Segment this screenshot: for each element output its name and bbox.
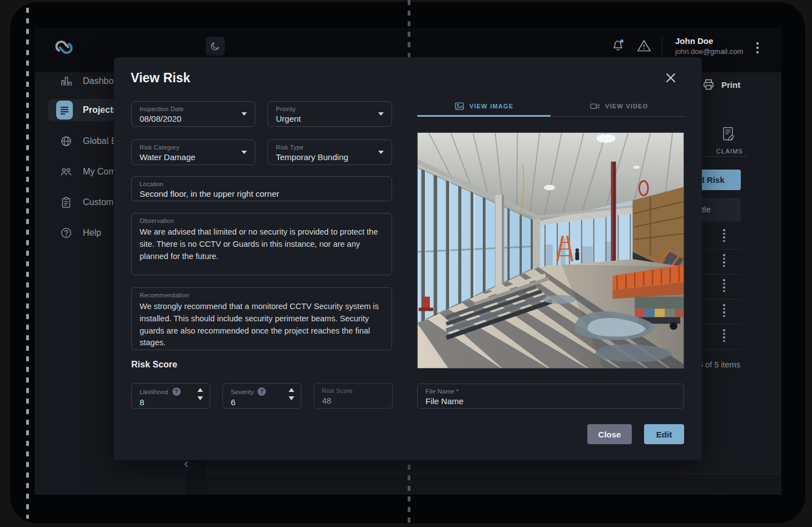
close-button[interactable]: Close bbox=[587, 424, 632, 444]
clipboard-icon bbox=[60, 196, 73, 208]
increment-arrow-icon[interactable] bbox=[289, 388, 294, 392]
field-value: File Name bbox=[425, 396, 676, 406]
bar-chart-icon bbox=[60, 75, 73, 87]
risk-type-select[interactable]: Risk Type Temporary Bunding bbox=[268, 140, 392, 165]
field-value: Water Damage bbox=[140, 152, 247, 162]
modal-title: View Risk bbox=[131, 71, 190, 86]
risk-score-heading: Risk Score bbox=[131, 360, 177, 370]
field-value: Urgent bbox=[276, 114, 384, 123]
severity-stepper[interactable]: Severity ? 6 bbox=[222, 383, 301, 409]
field-label: Recommendation bbox=[140, 292, 384, 299]
print-button[interactable]: Print bbox=[702, 78, 740, 91]
alerts-button[interactable] bbox=[636, 39, 652, 53]
chevron-down-icon bbox=[378, 112, 384, 116]
field-label: Inspection Date bbox=[140, 106, 247, 112]
claims-label: CLAIMS bbox=[709, 148, 751, 155]
field-label: Risk Score bbox=[322, 387, 384, 394]
risk-category-select[interactable]: Risk Category Water Damage bbox=[131, 140, 255, 165]
chevron-down-icon bbox=[241, 151, 247, 154]
edit-button[interactable]: Edit bbox=[644, 424, 684, 444]
row-menu-button[interactable] bbox=[723, 304, 725, 317]
field-label: Risk Type bbox=[276, 144, 384, 151]
recommendation-field[interactable]: Recommendation We strongly recommend tha… bbox=[131, 287, 392, 350]
app-screen: John Doe john.doe@gmail.com Dashboard Pr… bbox=[34, 28, 781, 495]
tab-label: VIEW VIDEO bbox=[605, 103, 648, 110]
field-value: Temporary Bunding bbox=[276, 152, 384, 162]
dark-mode-toggle[interactable] bbox=[206, 37, 225, 56]
sidebar-item-label: Projects bbox=[83, 105, 118, 115]
field-value: 6 bbox=[231, 397, 293, 407]
field-label: Severity bbox=[231, 389, 254, 395]
increment-arrow-icon[interactable] bbox=[197, 388, 203, 392]
field-text: We strongly recommend that a monitored C… bbox=[140, 301, 380, 349]
row-menu-button[interactable] bbox=[723, 254, 725, 267]
app-logo bbox=[51, 36, 77, 59]
field-value: 8 bbox=[140, 397, 202, 407]
field-value: Second floor, in the upper right corner bbox=[140, 189, 384, 198]
tab-label: VIEW IMAGE bbox=[469, 103, 513, 110]
chevron-down-icon bbox=[378, 151, 384, 154]
view-risk-modal: View Risk Inspection Date 08/08/2020 Pri… bbox=[114, 57, 702, 460]
globe-icon bbox=[60, 135, 73, 147]
sidebar-item-label: Help bbox=[83, 228, 101, 238]
help-badge-icon[interactable]: ? bbox=[172, 387, 181, 396]
active-tab-underline bbox=[417, 115, 551, 117]
row-menu-button[interactable] bbox=[723, 279, 725, 292]
risk-score-readout: Risk Score 48 bbox=[314, 383, 393, 409]
bell-icon bbox=[611, 38, 626, 53]
close-icon[interactable] bbox=[665, 72, 677, 84]
chevron-down-icon bbox=[241, 112, 247, 116]
location-field[interactable]: Location Second floor, in the upper righ… bbox=[131, 176, 392, 201]
likelihood-stepper[interactable]: Likelihood ? 8 bbox=[131, 383, 210, 409]
items-count: 5 of 5 items bbox=[699, 360, 740, 369]
user-name: John Doe bbox=[675, 36, 713, 46]
printer-icon bbox=[702, 78, 715, 91]
decrement-arrow-icon[interactable] bbox=[289, 396, 294, 400]
user-email: john.doe@gmail.com bbox=[675, 47, 743, 56]
team-icon bbox=[60, 166, 73, 178]
field-text: We are advised that limited or no securi… bbox=[140, 226, 380, 262]
priority-select[interactable]: Priority Urgent bbox=[268, 101, 392, 127]
tab-view-image[interactable]: VIEW IMAGE bbox=[454, 101, 513, 111]
notifications-button[interactable] bbox=[611, 38, 626, 53]
field-label: Risk Category bbox=[140, 144, 247, 151]
field-label: File Name * bbox=[425, 388, 676, 395]
content-footer-strip bbox=[206, 474, 781, 495]
inspection-date-select[interactable]: Inspection Date 08/08/2020 bbox=[131, 101, 255, 127]
row-menu-button[interactable] bbox=[723, 229, 725, 242]
decrement-arrow-icon[interactable] bbox=[197, 396, 203, 400]
field-label: Likelihood bbox=[140, 389, 169, 395]
left-dashed-guide bbox=[26, 8, 29, 519]
help-badge-icon[interactable]: ? bbox=[258, 387, 266, 396]
claims-document-icon bbox=[709, 127, 751, 142]
chevron-left-icon bbox=[183, 461, 190, 468]
field-label: Priority bbox=[276, 106, 384, 112]
tab-view-video[interactable]: VIEW VIDEO bbox=[590, 101, 648, 111]
construction-site-photo bbox=[417, 132, 684, 369]
observation-field[interactable]: Observation We are advised that limited … bbox=[131, 213, 392, 275]
field-label: Location bbox=[140, 181, 384, 187]
field-value: 48 bbox=[322, 396, 384, 405]
field-label: Observation bbox=[140, 217, 384, 224]
file-name-field[interactable]: File Name * File Name bbox=[417, 384, 684, 409]
video-icon bbox=[590, 101, 600, 111]
field-value: 08/08/2020 bbox=[140, 114, 247, 123]
projects-list-icon bbox=[60, 101, 73, 120]
moon-icon bbox=[210, 41, 221, 52]
warning-triangle-icon bbox=[636, 39, 652, 53]
help-circle-icon bbox=[60, 227, 73, 239]
row-menu-button[interactable] bbox=[723, 329, 725, 342]
image-icon bbox=[454, 101, 464, 111]
user-menu-button[interactable] bbox=[756, 42, 759, 53]
print-label: Print bbox=[721, 80, 740, 90]
tab-claims[interactable]: CLAIMS bbox=[709, 127, 751, 155]
